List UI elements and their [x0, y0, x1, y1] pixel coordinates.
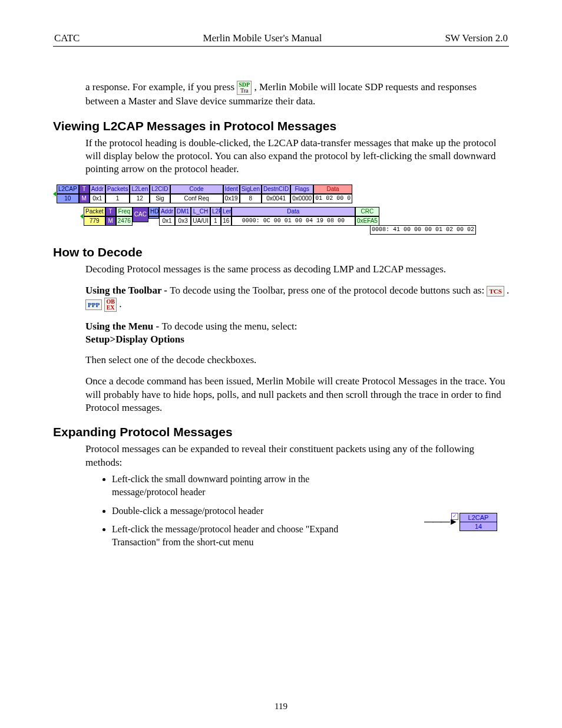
packet-field-header: Data — [232, 207, 355, 216]
page-number: 119 — [0, 701, 562, 711]
packet-field-value: 8 — [240, 194, 262, 203]
packet-field-header: Code — [170, 185, 223, 194]
packet-field-value: 01 02 00 0 — [313, 194, 352, 203]
document-page: CATC Merlin Mobile User's Manual SW Vers… — [0, 0, 562, 728]
packet-field-header: SigLen — [240, 185, 262, 194]
packet-field-value: 0x1 — [159, 216, 175, 226]
packet-field-header: Freq — [116, 207, 133, 216]
header-right: SW Version 2.0 — [445, 32, 508, 44]
packet-field: L2CIDSig — [150, 185, 170, 203]
list-item: Double-click a message/protocol header — [112, 505, 365, 518]
ppp-icon: PPP — [85, 299, 102, 310]
packet-field: L2CAP10 — [57, 185, 79, 203]
packet-field-value: 779 — [84, 216, 105, 226]
packet-field: Packet779 — [84, 207, 105, 226]
packet-field: Addr0x1 — [159, 207, 175, 226]
packet-field: L2Len12 — [130, 185, 150, 203]
packet-field-value: 1 — [105, 194, 130, 203]
arrow-icon: ———► — [424, 516, 457, 527]
packet-field-header: HDR — [148, 207, 159, 216]
packet-field-value — [148, 216, 159, 219]
header-center: Merlin Mobile User's Manual — [203, 32, 322, 44]
packet-field-value: M — [105, 216, 116, 226]
intro-text-a: a response. For example, if you press — [85, 81, 237, 93]
sec2-p5: Once a decode command has been issued, M… — [85, 375, 509, 414]
packet-field-value: 0xEFA5 — [355, 216, 379, 226]
packet-field-header: L2FL — [210, 207, 221, 216]
intro-paragraph: a response. For example, if you press SD… — [85, 81, 509, 108]
packet-field-value: 0x3 — [175, 216, 191, 226]
packet-field-header: T — [79, 185, 90, 194]
sec3-p1: Protocol messages can be expanded to rev… — [85, 443, 509, 469]
sec2-p3: Using the Menu - To decode using the men… — [85, 320, 509, 347]
packet-field-header: DM1 — [175, 207, 191, 216]
packet-field: CRC0xEFA5 — [355, 207, 379, 226]
packet-field: DestnCID0x0041 — [262, 185, 290, 203]
packet-field: Freq2476 — [116, 207, 133, 226]
header-left: CATC — [54, 32, 80, 44]
packet-field: Data0000: 0C 00 01 00 04 19 08 00 — [232, 207, 355, 226]
running-header: CATC Merlin Mobile User's Manual SW Vers… — [53, 32, 509, 47]
packet-data-extra-row: 0008: 41 00 00 00 01 02 00 02 — [370, 225, 476, 235]
list-item: Left-click the message/protocol header a… — [112, 523, 365, 548]
packet-field-header: Addr — [159, 207, 175, 216]
packet-field: Len16 — [221, 207, 232, 226]
packet-field: L2FL1 — [210, 207, 221, 226]
sdp-tra-icon: SDP Tra — [237, 81, 252, 95]
packet-field: HDR — [148, 207, 159, 226]
packet-field-header: L2Len — [130, 185, 150, 194]
packet-field-header: Len — [221, 207, 232, 216]
sec2-p2: Using the Toolbar - To decode using the … — [85, 284, 509, 312]
packet-field-header: Ident — [223, 185, 240, 194]
packet-field-value: 12 — [130, 194, 150, 203]
packet-field-header: Data — [313, 185, 352, 194]
section-heading-expanding: Expanding Protocol Messages — [53, 425, 509, 439]
obex-icon: OB EX — [104, 298, 116, 312]
packet-field-header: Packet — [84, 207, 105, 216]
packet-field-header: Addr — [90, 185, 105, 194]
packet-field-value: 16 — [221, 216, 232, 226]
packet-field-value: UA/UI — [191, 216, 210, 226]
packet-field-header: Flags — [290, 185, 313, 194]
packet-field: Ident0x19 — [223, 185, 240, 203]
l2cap-cell: L2CAP 14 — [459, 513, 497, 531]
packet-field-value: 0x1 — [90, 194, 105, 203]
l2cap-inline-figure: ———► ✓ L2CAP 14 — [451, 513, 497, 531]
packet-field: TM — [79, 185, 90, 203]
packet-field: CAC — [133, 207, 148, 222]
tcs-icon: TCS — [487, 286, 504, 297]
packet-field-header: L2CAP — [57, 185, 79, 194]
packet-field-value: 0x0041 — [262, 194, 290, 203]
packet-field-header: Packets — [105, 185, 130, 194]
packet-field: Flags0x0000 — [290, 185, 313, 203]
packet-field-value: 0x19 — [223, 194, 240, 203]
packet-field: DM10x3 — [175, 207, 191, 226]
section-heading-how-to-decode: How to Decode — [53, 245, 509, 259]
packet-field: Addr0x1 — [90, 185, 105, 203]
packet-field: TM — [105, 207, 116, 226]
sec1-paragraph: If the protocol heading is double-clicke… — [85, 137, 509, 176]
expand-methods-list: Left-click the small downward pointing a… — [112, 473, 365, 548]
packet-field-header: CRC — [355, 207, 379, 216]
packet-field: SigLen8 — [240, 185, 262, 203]
packet-field-value: Conf Req — [170, 194, 223, 203]
packet-field-header: DestnCID — [262, 185, 290, 194]
packet-field-value: Sig — [150, 194, 170, 203]
l2cap-packet-diagram: L2CAP10TMAddr0x1Packets1L2Len12L2CIDSigC… — [53, 185, 509, 235]
packet-field: Data01 02 00 0 — [313, 185, 352, 203]
packet-field-value: 10 — [57, 194, 79, 203]
list-item: Left-click the small downward pointing a… — [112, 473, 312, 498]
packet-field-value: 2476 — [116, 216, 133, 226]
section-heading-viewing-l2cap: Viewing L2CAP Messages in Protocol Messa… — [53, 119, 509, 133]
packet-field-value: 0x0000 — [290, 194, 313, 203]
packet-field: CAC — [133, 207, 148, 226]
packet-field-header: L2CID — [150, 185, 170, 194]
packet-field: CodeConf Req — [170, 185, 223, 203]
packet-field-header: T — [105, 207, 116, 216]
packet-field: L_CHUA/UI — [191, 207, 210, 226]
packet-field-value: 1 — [210, 216, 221, 226]
sec2-p1: Decoding Protocol messages is the same p… — [85, 263, 509, 276]
packet-field-value: 0000: 0C 00 01 00 04 19 08 00 — [232, 216, 355, 226]
packet-field: Packets1 — [105, 185, 130, 203]
sec2-p4: Then select one of the decode checkboxes… — [85, 354, 509, 367]
